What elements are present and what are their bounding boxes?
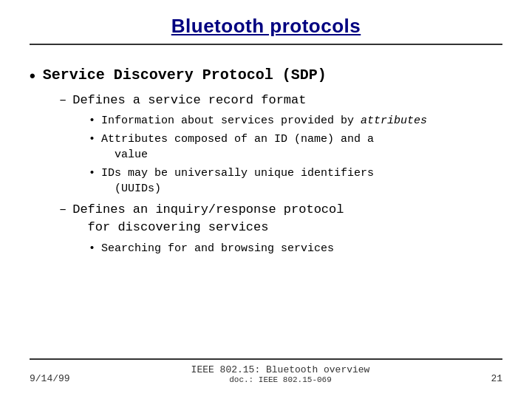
list-item-text: Attributes composed of an ID (name) and … [101,132,374,163]
sub-bullet-1-text: Defines a service record format [72,92,306,109]
main-bullet-text: Service Discovery Protocol (SDP) [43,66,327,85]
sub-bullet-2: – Defines an inquiry/response protocol f… [59,201,502,236]
sub-bullet-2-items: • Searching for and browsing services [89,241,502,256]
title-area: Bluetooth protocols [30,15,502,45]
footer-center: IEEE 802.15: Bluetooth overview doc.: IE… [191,364,370,384]
list-item: • IDs may be universally unique identifi… [89,166,502,197]
content-area: • Service Discovery Protocol (SDP) – Def… [30,58,502,358]
list-item: • Attributes composed of an ID (name) an… [89,132,502,163]
footer-date: 9/14/99 [30,373,70,384]
bullet-dot: • [89,166,95,181]
bullet-dot: • [89,241,95,256]
bullet-dot: • [30,66,35,87]
sub-bullet-1-items: • Information about services provided by… [89,113,502,197]
list-item-text: Searching for and browsing services [101,241,334,256]
dash-icon: – [59,92,66,109]
list-item-text: Information about services provided by a… [101,113,427,129]
sub-bullet-1: – Defines a service record format [59,92,502,109]
main-bullet: • Service Discovery Protocol (SDP) [30,66,502,87]
footer-page-number: 21 [491,373,502,384]
bullet-dot: • [89,113,95,129]
list-item: • Information about services provided by… [89,113,502,129]
dash-icon: – [59,201,66,219]
bullet-dot: • [89,132,95,147]
slide: Bluetooth protocols • Service Discovery … [0,0,532,399]
footer-doc: doc.: IEEE 802.15-069 [191,375,370,384]
footer-title: IEEE 802.15: Bluetooth overview [191,364,370,375]
list-item-text: IDs may be universally unique identifier… [101,166,374,197]
list-item: • Searching for and browsing services [89,241,502,256]
footer: 9/14/99 IEEE 802.15: Bluetooth overview … [30,358,502,384]
sub-bullet-2-text: Defines an inquiry/response protocol for… [72,201,344,236]
slide-title: Bluetooth protocols [30,15,502,38]
